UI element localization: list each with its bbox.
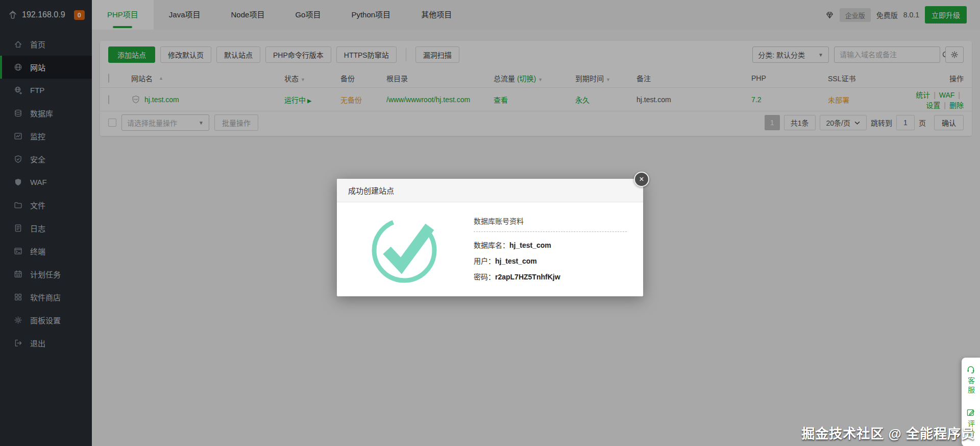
database-info: 数据库账号资料 数据库名：hj_test_com 用户：hj_test_com …	[474, 216, 627, 287]
headset-icon	[966, 365, 975, 374]
watermark-text: 掘金技术社区 @ 全能程序员	[801, 423, 975, 442]
customer-service-button[interactable]: 客服	[966, 365, 976, 395]
close-icon[interactable]: ×	[634, 172, 649, 187]
db-name-value: hj_test_com	[509, 241, 551, 249]
pencil-edit-icon	[966, 408, 975, 417]
db-name-row: 数据库名：hj_test_com	[474, 240, 627, 250]
site-created-modal: × 成功创建站点 数据库账号资料 数据库名：hj_test_com 用户：hj_…	[337, 179, 643, 296]
modal-body: 数据库账号资料 数据库名：hj_test_com 用户：hj_test_com …	[337, 202, 643, 296]
modal-title: 成功创建站点	[337, 179, 643, 202]
success-check-icon	[366, 209, 444, 289]
db-section-title: 数据库账号资料	[474, 216, 627, 226]
dashed-divider	[474, 231, 627, 232]
customer-service-label: 客服	[966, 377, 976, 395]
db-user-row: 用户：hj_test_com	[474, 255, 627, 266]
db-password-value: r2apL7HZ5TnhfKjw	[495, 273, 560, 281]
db-password-row: 密码：r2apL7HZ5TnhfKjw	[474, 271, 627, 281]
db-user-value: hj_test_com	[495, 257, 537, 265]
